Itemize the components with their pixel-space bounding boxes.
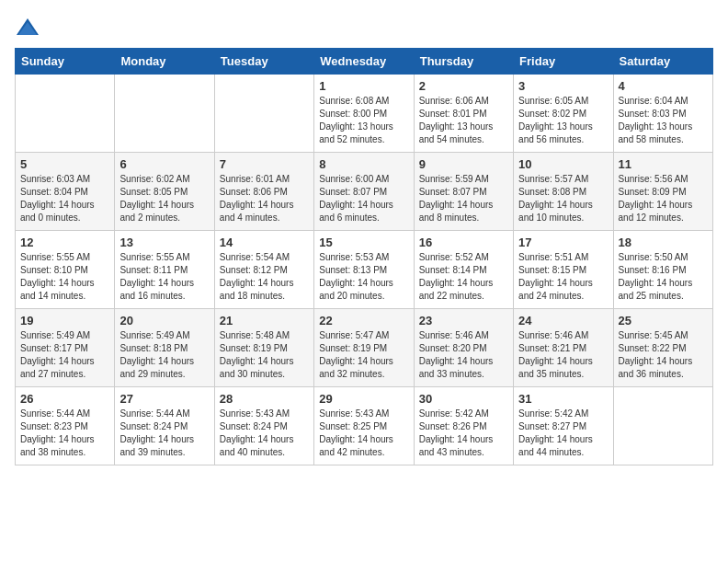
day-info: Sunrise: 5:49 AM Sunset: 8:17 PM Dayligh… <box>20 329 109 381</box>
day-info: Sunrise: 5:52 AM Sunset: 8:14 PM Dayligh… <box>419 251 508 303</box>
day-info: Sunrise: 6:02 AM Sunset: 8:05 PM Dayligh… <box>119 173 209 224</box>
calendar-cell: 27Sunrise: 5:44 AM Sunset: 8:24 PM Dayli… <box>115 387 214 465</box>
calendar-cell: 13Sunrise: 5:55 AM Sunset: 8:11 PM Dayli… <box>115 231 214 309</box>
day-of-week-header: Sunday <box>16 49 115 75</box>
calendar-cell: 21Sunrise: 5:48 AM Sunset: 8:19 PM Dayli… <box>214 309 313 387</box>
day-info: Sunrise: 5:46 AM Sunset: 8:20 PM Dayligh… <box>419 329 508 381</box>
day-number: 4 <box>619 79 708 93</box>
calendar-cell: 22Sunrise: 5:47 AM Sunset: 8:19 PM Dayli… <box>314 309 414 387</box>
day-info: Sunrise: 5:50 AM Sunset: 8:16 PM Dayligh… <box>619 251 708 303</box>
calendar-cell: 7Sunrise: 6:01 AM Sunset: 8:06 PM Daylig… <box>214 153 313 231</box>
day-info: Sunrise: 5:44 AM Sunset: 8:23 PM Dayligh… <box>20 408 109 459</box>
day-number: 5 <box>20 157 109 171</box>
day-number: 11 <box>619 157 708 171</box>
day-info: Sunrise: 5:51 AM Sunset: 8:15 PM Dayligh… <box>518 251 608 303</box>
day-info: Sunrise: 5:54 AM Sunset: 8:12 PM Dayligh… <box>220 251 309 303</box>
day-info: Sunrise: 6:03 AM Sunset: 8:04 PM Dayligh… <box>20 173 109 224</box>
logo-icon <box>15 15 40 40</box>
day-number: 28 <box>220 392 309 406</box>
calendar-cell: 11Sunrise: 5:56 AM Sunset: 8:09 PM Dayli… <box>613 153 712 231</box>
calendar-week-row: 12Sunrise: 5:55 AM Sunset: 8:10 PM Dayli… <box>16 231 713 309</box>
day-number: 23 <box>419 314 508 327</box>
day-number: 2 <box>419 79 508 93</box>
day-info: Sunrise: 6:08 AM Sunset: 8:00 PM Dayligh… <box>319 95 408 146</box>
calendar-cell: 26Sunrise: 5:44 AM Sunset: 8:23 PM Dayli… <box>16 387 115 465</box>
day-info: Sunrise: 5:43 AM Sunset: 8:24 PM Dayligh… <box>220 408 309 459</box>
day-info: Sunrise: 5:42 AM Sunset: 8:26 PM Dayligh… <box>419 408 508 459</box>
day-number: 21 <box>220 314 309 327</box>
day-number: 20 <box>119 314 209 327</box>
calendar-cell: 29Sunrise: 5:43 AM Sunset: 8:25 PM Dayli… <box>314 387 414 465</box>
calendar-cell: 31Sunrise: 5:42 AM Sunset: 8:27 PM Dayli… <box>514 387 613 465</box>
calendar-cell: 20Sunrise: 5:49 AM Sunset: 8:18 PM Dayli… <box>115 309 214 387</box>
calendar-cell <box>16 75 115 153</box>
calendar-cell: 16Sunrise: 5:52 AM Sunset: 8:14 PM Dayli… <box>414 231 513 309</box>
calendar-cell <box>214 75 313 153</box>
day-of-week-header: Wednesday <box>314 49 414 75</box>
day-info: Sunrise: 6:06 AM Sunset: 8:01 PM Dayligh… <box>419 95 508 146</box>
day-info: Sunrise: 5:55 AM Sunset: 8:11 PM Dayligh… <box>119 251 209 303</box>
day-number: 8 <box>319 157 408 171</box>
day-number: 16 <box>419 236 508 249</box>
calendar-table: SundayMondayTuesdayWednesdayThursdayFrid… <box>15 48 713 465</box>
day-of-week-header: Monday <box>115 49 214 75</box>
day-info: Sunrise: 6:04 AM Sunset: 8:03 PM Dayligh… <box>619 95 708 146</box>
calendar-cell: 18Sunrise: 5:50 AM Sunset: 8:16 PM Dayli… <box>613 231 712 309</box>
day-number: 15 <box>319 236 408 249</box>
day-number: 24 <box>518 314 608 327</box>
day-number: 1 <box>319 79 408 93</box>
day-number: 6 <box>119 157 209 171</box>
day-info: Sunrise: 6:00 AM Sunset: 8:07 PM Dayligh… <box>319 173 408 224</box>
day-info: Sunrise: 5:53 AM Sunset: 8:13 PM Dayligh… <box>319 251 408 303</box>
calendar-header-row: SundayMondayTuesdayWednesdayThursdayFrid… <box>16 49 713 75</box>
calendar-cell: 14Sunrise: 5:54 AM Sunset: 8:12 PM Dayli… <box>214 231 313 309</box>
day-number: 30 <box>419 392 508 406</box>
day-number: 13 <box>119 236 209 249</box>
day-number: 18 <box>619 236 708 249</box>
calendar-cell: 28Sunrise: 5:43 AM Sunset: 8:24 PM Dayli… <box>214 387 313 465</box>
calendar-week-row: 19Sunrise: 5:49 AM Sunset: 8:17 PM Dayli… <box>16 309 713 387</box>
day-number: 27 <box>119 392 209 406</box>
calendar-cell: 6Sunrise: 6:02 AM Sunset: 8:05 PM Daylig… <box>115 153 214 231</box>
calendar-cell: 2Sunrise: 6:06 AM Sunset: 8:01 PM Daylig… <box>414 75 513 153</box>
day-number: 31 <box>518 392 608 406</box>
calendar-cell: 1Sunrise: 6:08 AM Sunset: 8:00 PM Daylig… <box>314 75 414 153</box>
day-number: 25 <box>619 314 708 327</box>
calendar-week-row: 5Sunrise: 6:03 AM Sunset: 8:04 PM Daylig… <box>16 153 713 231</box>
calendar-week-row: 1Sunrise: 6:08 AM Sunset: 8:00 PM Daylig… <box>16 75 713 153</box>
day-number: 12 <box>20 236 109 249</box>
day-info: Sunrise: 5:43 AM Sunset: 8:25 PM Dayligh… <box>319 408 408 459</box>
calendar-cell: 17Sunrise: 5:51 AM Sunset: 8:15 PM Dayli… <box>514 231 613 309</box>
day-info: Sunrise: 5:47 AM Sunset: 8:19 PM Dayligh… <box>319 329 408 381</box>
day-number: 14 <box>220 236 309 249</box>
day-info: Sunrise: 5:46 AM Sunset: 8:21 PM Dayligh… <box>518 329 608 381</box>
day-number: 17 <box>518 236 608 249</box>
calendar-cell: 9Sunrise: 5:59 AM Sunset: 8:07 PM Daylig… <box>414 153 513 231</box>
calendar-cell: 23Sunrise: 5:46 AM Sunset: 8:20 PM Dayli… <box>414 309 513 387</box>
day-info: Sunrise: 5:48 AM Sunset: 8:19 PM Dayligh… <box>220 329 309 381</box>
day-number: 29 <box>319 392 408 406</box>
day-number: 26 <box>20 392 109 406</box>
day-info: Sunrise: 6:05 AM Sunset: 8:02 PM Dayligh… <box>518 95 608 146</box>
day-info: Sunrise: 5:57 AM Sunset: 8:08 PM Dayligh… <box>518 173 608 224</box>
calendar-cell: 3Sunrise: 6:05 AM Sunset: 8:02 PM Daylig… <box>514 75 613 153</box>
day-info: Sunrise: 5:42 AM Sunset: 8:27 PM Dayligh… <box>518 408 608 459</box>
calendar-cell: 12Sunrise: 5:55 AM Sunset: 8:10 PM Dayli… <box>16 231 115 309</box>
day-info: Sunrise: 5:59 AM Sunset: 8:07 PM Dayligh… <box>419 173 508 224</box>
calendar-cell <box>115 75 214 153</box>
day-number: 10 <box>518 157 608 171</box>
day-info: Sunrise: 5:56 AM Sunset: 8:09 PM Dayligh… <box>619 173 708 224</box>
calendar-cell: 24Sunrise: 5:46 AM Sunset: 8:21 PM Dayli… <box>514 309 613 387</box>
day-of-week-header: Friday <box>514 49 613 75</box>
day-number: 9 <box>419 157 508 171</box>
day-info: Sunrise: 5:55 AM Sunset: 8:10 PM Dayligh… <box>20 251 109 303</box>
calendar-cell: 15Sunrise: 5:53 AM Sunset: 8:13 PM Dayli… <box>314 231 414 309</box>
day-number: 19 <box>20 314 109 327</box>
day-info: Sunrise: 6:01 AM Sunset: 8:06 PM Dayligh… <box>220 173 309 224</box>
calendar-cell <box>613 387 712 465</box>
page-header <box>15 15 713 40</box>
day-number: 7 <box>220 157 309 171</box>
day-info: Sunrise: 5:45 AM Sunset: 8:22 PM Dayligh… <box>619 329 708 381</box>
calendar-cell: 25Sunrise: 5:45 AM Sunset: 8:22 PM Dayli… <box>613 309 712 387</box>
calendar-cell: 30Sunrise: 5:42 AM Sunset: 8:26 PM Dayli… <box>414 387 513 465</box>
